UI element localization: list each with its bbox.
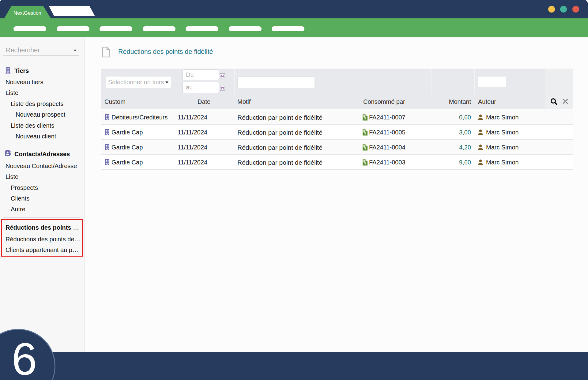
svg-text:$: $ [364,146,366,150]
svg-text:$: $ [364,161,366,165]
svg-text:$: $ [364,116,366,120]
svg-text:$: $ [364,131,366,135]
